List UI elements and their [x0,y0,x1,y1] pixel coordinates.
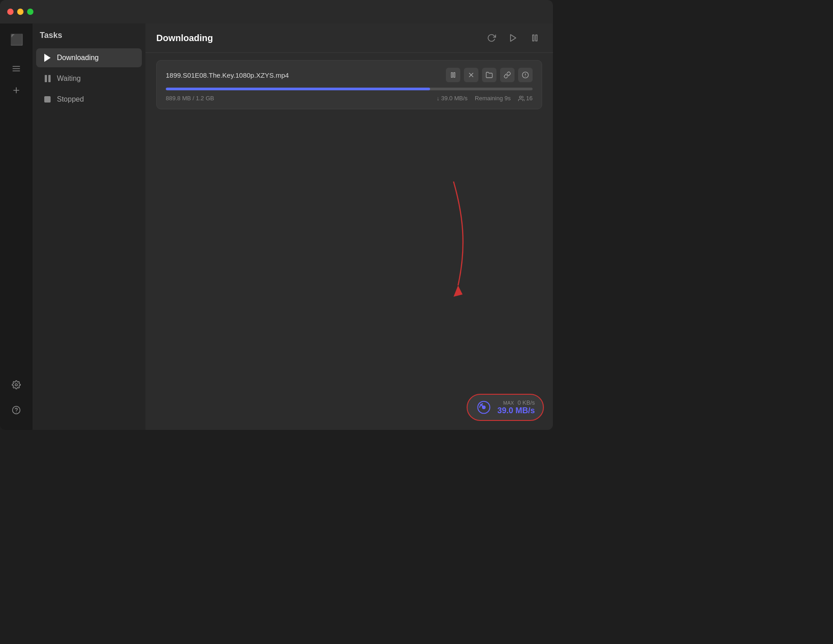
status-speeds: MAX 0 KB/s 39.0 MB/s [497,399,535,415]
speed-upload-row: MAX 0 KB/s [503,399,535,406]
download-card-header: 1899.S01E08.The.Key.1080p.XZYS.mp4 [166,68,533,82]
main-title: Downloading [156,33,213,43]
task-sidebar: Tasks Downloading Waiting Stopped [33,23,145,430]
card-folder-button[interactable] [482,68,496,82]
card-folder-icon [486,71,493,79]
play-all-button[interactable] [506,31,520,45]
settings-button[interactable] [7,376,25,394]
settings-icon [12,380,21,389]
speedometer-icon [477,400,491,415]
header-actions [484,31,542,45]
download-area: 1899.S01E08.The.Key.1080p.XZYS.mp4 [145,53,553,430]
svg-rect-12 [454,73,455,78]
download-filename: 1899.S01E08.The.Key.1080p.XZYS.mp4 [166,71,289,79]
logo-icon: ⬛ [10,33,23,46]
card-link-button[interactable] [500,68,515,82]
play-icon [43,54,51,62]
card-pause-button[interactable] [446,68,460,82]
pause-all-button[interactable] [528,31,542,45]
max-label: MAX [503,400,514,406]
minimize-button[interactable] [17,9,23,15]
card-pause-icon [449,71,457,79]
icon-bar-bottom [7,376,25,423]
stop-icon [43,95,51,103]
svg-rect-9 [533,35,534,41]
sidebar-item-label-waiting: Waiting [57,75,81,83]
help-button[interactable] [7,401,25,419]
card-info-button[interactable] [518,68,533,82]
menu-icon [12,64,21,73]
card-info-icon [522,71,529,79]
refresh-icon [487,33,496,42]
main-content: Downloading [145,23,553,430]
app-logo: ⬛ [7,31,25,49]
add-button[interactable] [7,81,25,99]
progress-container [166,88,533,90]
play-all-icon [509,33,518,42]
svg-rect-11 [451,73,453,78]
title-bar [0,0,553,23]
download-speed-display: 39.0 MB/s [497,406,535,415]
help-icon [12,406,21,415]
progress-bar [166,88,430,90]
sidebar-item-label-downloading: Downloading [57,54,99,62]
task-sidebar-title: Tasks [33,31,145,47]
svg-rect-10 [536,35,537,41]
svg-point-5 [15,384,18,386]
download-size: 889.8 MB / 1.2 GB [166,95,214,102]
sidebar-item-waiting[interactable]: Waiting [36,69,142,88]
sidebar-item-label-stopped: Stopped [57,95,84,103]
download-stats-right: ↓ 39.0 MB/s Remaining 9s 16 [436,95,533,102]
pause-all-icon [530,33,539,42]
card-stop-icon [468,71,475,79]
download-peers: 16 [518,95,533,102]
add-icon [12,86,21,95]
download-speed: ↓ 39.0 MB/s [436,95,468,102]
download-stats: 889.8 MB / 1.2 GB ↓ 39.0 MB/s Remaining … [166,95,533,102]
svg-marker-8 [510,35,516,42]
main-header: Downloading [145,23,553,53]
menu-button[interactable] [7,60,25,78]
refresh-button[interactable] [484,31,499,45]
pause-icon [43,75,51,83]
app-body: ⬛ [0,23,553,430]
svg-point-18 [519,96,521,98]
upload-speed: 0 KB/s [518,399,535,406]
speed-meter-icon [476,399,492,415]
sidebar-item-downloading[interactable]: Downloading [36,48,142,67]
download-card: 1899.S01E08.The.Key.1080p.XZYS.mp4 [156,60,542,109]
download-card-actions [446,68,533,82]
card-stop-button[interactable] [464,68,478,82]
peers-icon [518,95,524,102]
traffic-lights [7,9,33,15]
card-link-icon [504,71,511,79]
maximize-button[interactable] [27,9,33,15]
svg-point-20 [482,406,485,408]
status-bar: MAX 0 KB/s 39.0 MB/s [467,394,544,421]
icon-bar: ⬛ [0,23,33,430]
close-button[interactable] [7,9,14,15]
download-remaining: Remaining 9s [475,95,511,102]
sidebar-item-stopped[interactable]: Stopped [36,90,142,109]
